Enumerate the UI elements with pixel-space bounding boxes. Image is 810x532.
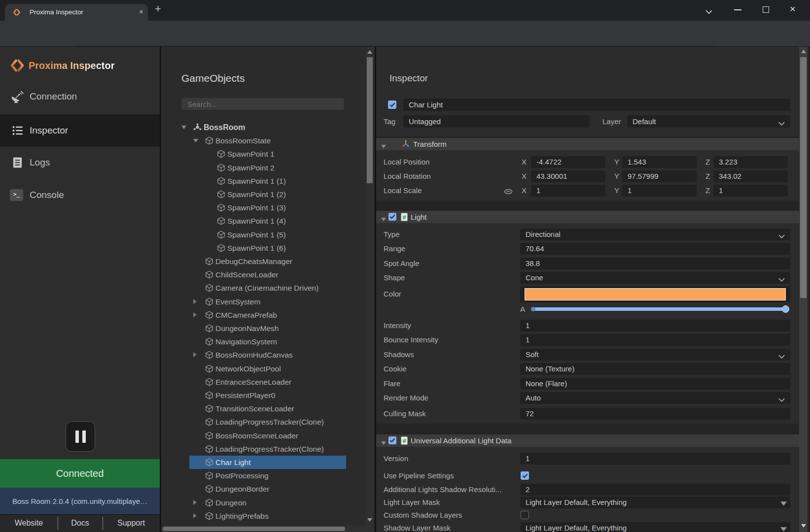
tree-item-debugcheatsmanager[interactable]: DebugCheatsManager	[161, 255, 375, 268]
version-field[interactable]: 1	[520, 453, 790, 465]
collapse-arrow-icon[interactable]	[381, 215, 387, 224]
tree-item-spawnpoint-1-1[interactable]: SpawnPoint 1 (1)	[161, 174, 375, 188]
browser-tab[interactable]: Proxima Inspector ×	[5, 4, 148, 21]
tree-item-cmcameraprefab[interactable]: CMCameraPrefab	[161, 308, 375, 322]
tree-scrollbar-thumb[interactable]	[367, 57, 373, 183]
tree-item-spawnpoint-1-3[interactable]: SpawnPoint 1 (3)	[161, 201, 375, 214]
local-scale-y-input[interactable]: 1	[622, 185, 697, 197]
tree-item-dungeonborder[interactable]: DungeonBorder	[161, 482, 375, 496]
local-position-z-input[interactable]: 3.223	[713, 156, 788, 168]
sidebar-item-inspector[interactable]: Inspector	[0, 114, 160, 147]
tree-item-bossroomstate[interactable]: BossRoomState	[161, 134, 375, 147]
tree-item-char-light[interactable]: Char Light	[161, 456, 375, 469]
layer-dropdown[interactable]: Default	[627, 115, 790, 128]
flare-field[interactable]: None (Flare)	[520, 378, 790, 390]
collapse-arrow-icon[interactable]	[181, 126, 186, 129]
sidebar-item-logs[interactable]: Logs	[0, 149, 160, 177]
alpha-slider-thumb[interactable]	[782, 305, 789, 313]
component-header-transform[interactable]: Transform	[376, 138, 799, 150]
tree-item-networkobjectpool[interactable]: NetworkObjectPool	[161, 362, 375, 375]
window-chevron-icon[interactable]	[705, 7, 713, 16]
component-header-universal-additional-light-data[interactable]: #Universal Additional Light Data	[376, 434, 799, 447]
tree-item-spawnpoint-1-2[interactable]: SpawnPoint 1 (2)	[161, 188, 375, 201]
scale-link-icon[interactable]	[504, 188, 513, 197]
footer-link-website[interactable]: Website	[0, 514, 58, 532]
expand-arrow-icon[interactable]	[193, 312, 197, 317]
tree-item-spawnpoint-1-4[interactable]: SpawnPoint 1 (4)	[161, 214, 375, 228]
additional-lights-shadow-resoluti-field[interactable]: 2	[520, 484, 790, 496]
window-minimize-icon[interactable]	[734, 9, 741, 10]
tree-item-transitionsceneloader[interactable]: TransitionSceneLoader	[161, 402, 375, 415]
alpha-slider-track[interactable]	[531, 307, 788, 311]
local-scale-z-input[interactable]: 1	[713, 185, 788, 197]
component-enabled-checkbox[interactable]	[388, 436, 396, 444]
light-color-swatch[interactable]	[525, 288, 786, 300]
tree-item-spawnpoint-1-5[interactable]: SpawnPoint 1 (5)	[161, 228, 375, 241]
use-pipeline-settings-checkbox[interactable]	[521, 471, 529, 480]
shape-dropdown[interactable]: Cone	[520, 272, 790, 284]
tree-hscrollbar-thumb[interactable]	[163, 527, 345, 531]
collapse-arrow-icon[interactable]	[381, 142, 387, 151]
shadow-layer-mask-dropdown[interactable]: Light Layer Default, Everything	[520, 522, 790, 532]
page-scrollbar-thumb[interactable]	[800, 57, 807, 298]
component-enabled-checkbox[interactable]	[388, 213, 396, 221]
tree-item-childsceneloader[interactable]: ChildSceneLoader	[161, 268, 375, 281]
bounce-intensity-field[interactable]: 1	[520, 334, 790, 346]
object-name-field[interactable]: Char Light	[403, 99, 790, 111]
tree-item-bossroomhudcanvas[interactable]: BossRoomHudCanvas	[161, 348, 375, 362]
tree-item-entrancesceneloader[interactable]: EntranceSceneLoader	[161, 375, 375, 389]
local-rotation-y-input[interactable]: 97.57999	[622, 170, 697, 182]
cookie-field[interactable]: None (Texture)	[520, 363, 790, 375]
expand-arrow-icon[interactable]	[193, 513, 197, 518]
tree-scroll-up-icon[interactable]	[367, 50, 372, 54]
sidebar-item-connection[interactable]: Connection	[0, 83, 160, 111]
expand-arrow-icon[interactable]	[193, 500, 197, 505]
local-rotation-x-input[interactable]: 43.30001	[531, 170, 605, 182]
type-dropdown[interactable]: Directional	[520, 229, 790, 240]
local-position-x-input[interactable]: -4.4722	[531, 156, 605, 168]
footer-link-docs[interactable]: Docs	[58, 514, 103, 532]
page-scroll-down-icon[interactable]	[801, 524, 806, 528]
tree-item-bossroomsceneloader[interactable]: BossRoomSceneLoader	[161, 429, 375, 442]
pause-button[interactable]	[66, 421, 95, 452]
tree-item-spawnpoint-1-6[interactable]: SpawnPoint 1 (6)	[161, 241, 375, 255]
page-scroll-up-icon[interactable]	[801, 50, 806, 53]
window-close-icon[interactable]: ×	[790, 3, 796, 15]
new-tab-icon[interactable]: +	[155, 2, 161, 15]
tree-item-persistentplayer0[interactable]: PersistentPlayer0	[161, 389, 375, 402]
tree-item-spawnpoint-2[interactable]: SpawnPoint 2	[161, 161, 375, 174]
window-maximize-icon[interactable]	[763, 6, 769, 13]
collapse-arrow-icon[interactable]	[193, 139, 198, 142]
local-position-y-input[interactable]: 1.543	[622, 156, 697, 168]
tree-item-bossroom[interactable]: BossRoom	[161, 121, 375, 134]
tree-item-postprocessing[interactable]: PostProcessing	[161, 469, 375, 482]
tag-field[interactable]: Untagged	[403, 115, 590, 128]
culling-mask-field[interactable]: 72	[520, 408, 790, 420]
shadows-dropdown[interactable]: Soft	[520, 349, 790, 361]
custom-shadow-layers-checkbox[interactable]	[521, 511, 529, 519]
tree-item-dungeonnavmesh[interactable]: DungeonNavMesh	[161, 322, 375, 335]
search-input[interactable]	[181, 98, 344, 110]
tree-item-loadingprogresstracker-clone[interactable]: LoadingProgressTracker(Clone)	[161, 442, 375, 456]
component-header-light[interactable]: #Light	[376, 211, 799, 223]
render-mode-dropdown[interactable]: Auto	[520, 392, 790, 404]
range-field[interactable]: 70.64	[520, 243, 790, 255]
tree-item-dungeon[interactable]: Dungeon	[161, 496, 375, 509]
intensity-field[interactable]: 1	[520, 320, 790, 332]
tree-item-eventsystem[interactable]: EventSystem	[161, 295, 375, 308]
tree-item-lightingprefabs[interactable]: LightingPrefabs	[161, 509, 375, 523]
tab-close-icon[interactable]: ×	[139, 7, 143, 16]
collapse-arrow-icon[interactable]	[381, 438, 387, 447]
footer-link-support[interactable]: Support	[103, 514, 160, 532]
sidebar-item-console[interactable]: >_ Console	[0, 181, 160, 210]
tree-item-spawnpoint-1[interactable]: SpawnPoint 1	[161, 147, 375, 161]
spot-angle-field[interactable]: 38.8	[520, 258, 790, 269]
light-layer-mask-dropdown[interactable]: Light Layer Default, Everything	[520, 497, 790, 508]
expand-arrow-icon[interactable]	[193, 352, 197, 357]
tree-item-navigationsystem[interactable]: NavigationSystem	[161, 335, 375, 348]
tree-item-loadingprogresstracker-clone[interactable]: LoadingProgressTracker(Clone)	[161, 415, 375, 429]
object-enabled-checkbox[interactable]	[388, 100, 396, 109]
expand-arrow-icon[interactable]	[193, 299, 197, 304]
tree-scroll-down-icon[interactable]	[367, 518, 372, 522]
local-scale-x-input[interactable]: 1	[531, 185, 605, 197]
